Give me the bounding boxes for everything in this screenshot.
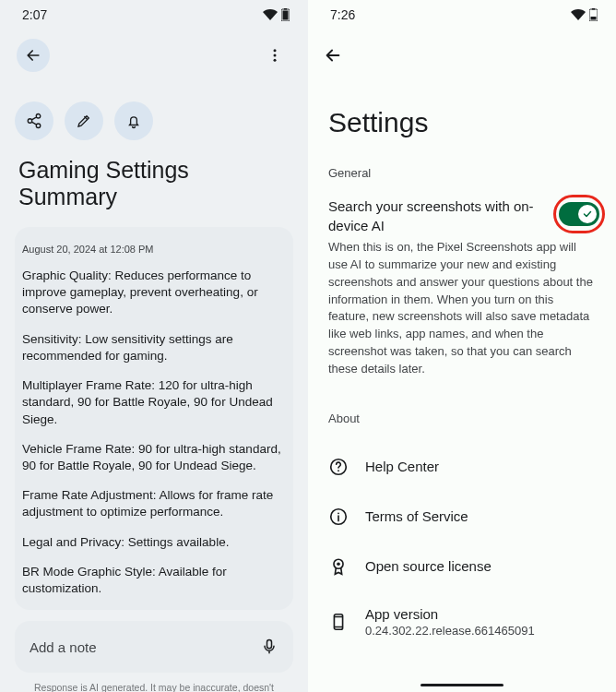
list-label: App version [365,606,535,622]
clock: 2:07 [22,7,47,22]
setting-title: Search your screenshots with on-device A… [328,197,596,235]
more-vert-icon [267,47,283,64]
back-button[interactable] [323,44,345,66]
edit-button[interactable] [65,101,103,140]
check-icon [582,209,593,220]
header [308,26,616,66]
summary-para: Sensitivity: Low sensitivity settings ar… [22,331,286,377]
version-item[interactable]: App version 0.24.302.22.release.66146509… [308,591,616,652]
list-label: Terms of Service [365,508,468,524]
summary-para: Vehicle Frame Rate: 90 for ultra-high st… [22,441,286,487]
svg-point-14 [337,562,340,566]
status-bar: 7:26 [308,0,616,26]
page-title: Settings [308,66,616,166]
svg-rect-2 [283,11,289,20]
back-button[interactable] [17,39,50,72]
svg-point-10 [338,470,339,471]
summary-para: Graphic Quality: Reduces performance to … [22,268,286,331]
phone-icon [328,612,349,632]
toggle-thumb [578,205,597,223]
summary-para: Legal and Privacy: Settings available. [22,534,286,564]
mic-icon[interactable] [260,638,278,656]
arrow-left-icon [24,46,42,65]
badge-icon [328,556,349,577]
status-icons [571,8,598,21]
wifi-icon [571,9,586,20]
svg-rect-8 [591,17,597,20]
share-button[interactable] [15,101,53,140]
battery-icon [281,8,290,21]
license-item[interactable]: Open source license [308,542,616,591]
bell-icon [125,113,142,129]
summary-para: Frame Rate Adjustment: Allows for frame … [22,487,286,533]
header [0,26,308,85]
ai-search-setting: Search your screenshots with on-device A… [308,197,616,393]
share-icon [26,113,42,129]
notify-button[interactable] [114,101,153,140]
settings-screen: 7:26 Settings General Search your screen… [308,0,616,692]
more-button[interactable] [258,39,291,72]
info-icon [328,507,349,527]
action-row [0,85,308,153]
ai-disclaimer: Response is AI generated. It may be inac… [0,682,308,692]
svg-point-4 [274,54,277,57]
nav-handle [421,684,503,686]
section-general: General [308,166,616,197]
clock: 7:26 [330,7,355,22]
page-title: Gaming Settings Summary [0,153,308,227]
list-label: Help Center [365,459,439,474]
summary-screen: 2:07 ⚙SETTINGS ⊞▢★✕ BASIC GRAPHICS AUDIO… [0,0,308,692]
list-label: Open source license [365,558,492,574]
setting-desc: When this is on, the Pixel Screenshots a… [328,235,596,378]
help-center-item[interactable]: Help Center [308,442,616,492]
tos-item[interactable]: Terms of Service [308,492,616,542]
summary-para: Multiplayer Frame Rate: 120 for ultra-hi… [22,377,286,441]
section-about: About [308,393,616,442]
arrow-left-icon [323,45,343,66]
help-icon [328,457,349,477]
note-placeholder: Add a note [30,639,97,655]
svg-point-12 [338,512,339,514]
status-icons [263,8,290,21]
battery-icon [589,8,598,21]
pencil-icon [76,113,92,129]
add-note-input[interactable]: Add a note [15,621,293,673]
wifi-icon [263,9,278,20]
svg-rect-1 [284,8,287,10]
svg-rect-7 [592,8,595,10]
summary-card: August 20, 2024 at 12:08 PM Graphic Qual… [15,227,293,610]
version-value: 0.24.302.22.release.661465091 [365,622,535,638]
summary-para: BR Mode Graphic Style: Available for cus… [22,564,286,610]
svg-point-3 [274,49,277,52]
ai-search-toggle[interactable] [559,202,599,226]
svg-point-5 [274,59,277,62]
status-bar: 2:07 [0,0,308,26]
timestamp: August 20, 2024 at 12:08 PM [22,244,286,268]
